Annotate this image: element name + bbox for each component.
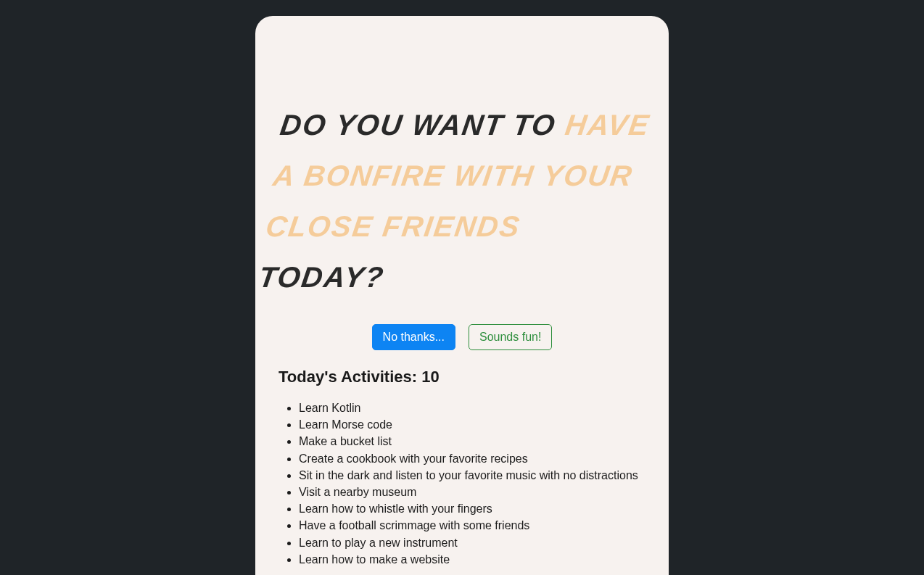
list-item: Learn how to whistle with your fingers <box>299 500 654 517</box>
prompt-prefix: Do you want to <box>279 109 568 141</box>
list-item: Learn how to make a website <box>299 551 654 568</box>
list-item: Create a cookbook with your favorite rec… <box>299 450 654 467</box>
activities-heading-label: Today's Activities: <box>279 368 421 386</box>
activities-list: Learn Kotlin Learn Morse code Make a buc… <box>270 400 654 568</box>
activity-prompt: Do you want to Have a bonfire with your … <box>255 99 668 302</box>
activities-count: 10 <box>421 368 439 386</box>
response-buttons: No thanks... Sounds fun! <box>270 324 654 350</box>
list-item: Learn Kotlin <box>299 400 654 416</box>
list-item: Have a football scrimmage with some frie… <box>299 517 654 534</box>
prompt-suffix: today? <box>257 261 387 293</box>
no-thanks-button[interactable]: No thanks... <box>372 324 455 350</box>
list-item: Learn to play a new instrument <box>299 534 654 551</box>
list-item: Make a bucket list <box>299 433 654 450</box>
list-item: Learn Morse code <box>299 416 654 433</box>
activity-card: Do you want to Have a bonfire with your … <box>255 16 669 575</box>
activities-heading: Today's Activities: 10 <box>279 368 654 386</box>
sounds-fun-button[interactable]: Sounds fun! <box>469 324 552 350</box>
list-item: Sit in the dark and listen to your favor… <box>299 467 654 484</box>
list-item: Visit a nearby museum <box>299 484 654 500</box>
